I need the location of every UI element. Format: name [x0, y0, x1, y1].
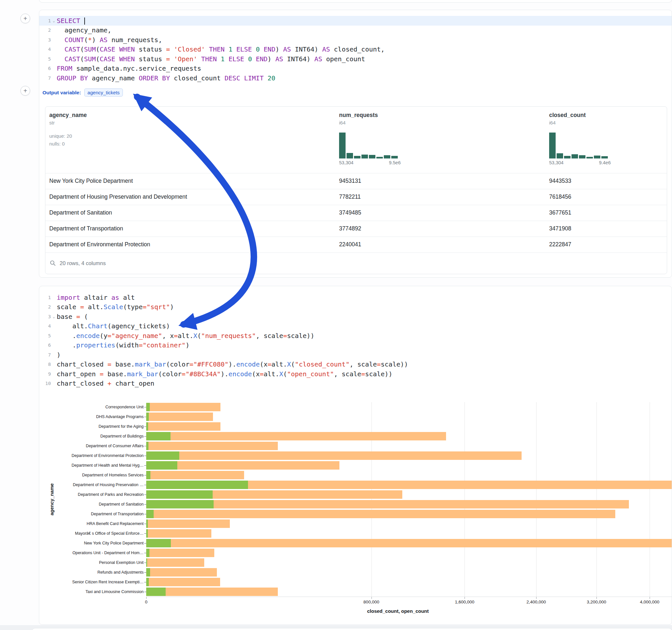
column-type: str	[49, 120, 335, 125]
x-tick-label: 0	[123, 600, 169, 604]
column-header-agency_name[interactable]: agency_namestrunique: 20nulls: 0	[45, 106, 335, 173]
bar-closed_count	[146, 568, 217, 577]
y-axis-label: Department of Buildings	[39, 432, 144, 441]
line-number: 6	[39, 343, 51, 348]
column-type: i64	[339, 120, 545, 125]
x-tick	[371, 597, 372, 599]
y-axis-label: Taxi and Limousine Commission	[39, 587, 144, 596]
line-number: 7	[39, 75, 51, 81]
sql-code-editor[interactable]: 1⌄SELECT 2 agency_name,3 COUNT(*) AS num…	[39, 10, 672, 83]
table-cell: Department of Sanitation	[45, 209, 335, 216]
line-number: 5	[39, 333, 51, 338]
line-number: 2	[39, 304, 51, 310]
histogram-bar	[354, 156, 360, 159]
bar-open_count	[146, 568, 150, 577]
next-cell-fragment	[32, 628, 672, 630]
bar-closed_count	[146, 452, 522, 460]
y-axis-label: Department of Homeless Services	[39, 470, 144, 480]
table-cell: Department of Transportation	[45, 225, 335, 232]
fold-chevron-icon[interactable]: ⌄	[51, 19, 57, 23]
histogram-range: 53,3049.5e6	[339, 160, 401, 165]
bar-closed_count	[146, 442, 278, 450]
line-number: 4	[39, 323, 51, 329]
histogram-bar	[384, 155, 390, 159]
bar-open_count	[146, 490, 213, 499]
table-row[interactable]: Department of Transportation377489234719…	[45, 221, 667, 237]
bar-open_count	[146, 442, 148, 450]
fold-chevron-icon[interactable]: ⌄	[51, 314, 57, 319]
x-tick	[650, 597, 650, 599]
bar-open_count	[146, 529, 148, 538]
table-cell: 9453131	[335, 177, 545, 185]
y-axis-label: Department of Transportation	[39, 509, 144, 518]
table-row[interactable]: Department of Sanitation37494853677651	[45, 205, 667, 221]
histogram-bar	[346, 153, 353, 159]
line-number: 4	[39, 47, 51, 52]
search-icon[interactable]	[50, 260, 56, 266]
notebook-page: + + 1⌄SELECT 2 agency_name,3 COUNT(*) AS…	[0, 0, 672, 630]
y-axis-label: Department of Parks and Recreation	[39, 490, 144, 499]
output-variable-label: Output variable:	[43, 90, 81, 96]
table-row[interactable]: New York City Police Department945313194…	[45, 173, 667, 189]
bar-open_count	[146, 481, 248, 489]
table-cell: 2240041	[335, 241, 545, 248]
line-number: 10	[39, 381, 51, 386]
histogram-bar	[557, 153, 563, 159]
y-axis-label: New York City Police Department	[39, 539, 144, 548]
python-code-editor[interactable]: 1import altair as alt2scale = alt.Scale(…	[39, 286, 672, 388]
table-cell: New York City Police Department	[45, 177, 335, 185]
bar-closed_count	[146, 413, 213, 421]
column-histogram	[549, 132, 611, 159]
code-line: 2 agency_name,	[39, 26, 672, 35]
bar-closed_count	[146, 529, 211, 538]
code-text: CAST(SUM(CASE WHEN status = 'Closed' THE…	[57, 45, 385, 53]
bar-closed_count	[146, 578, 220, 586]
x-axis-line	[146, 597, 672, 597]
line-number: 1	[39, 18, 51, 23]
y-axis-label: Department for the Aging	[39, 422, 144, 431]
add-cell-button-middle[interactable]: +	[20, 86, 30, 96]
previous-cell-fragment	[39, 0, 672, 3]
output-variable-chip[interactable]: agency_tickets	[84, 89, 123, 97]
line-number: 3	[39, 37, 51, 43]
bar-chart: 0800,0001,600,0002,400,0003,200,0004,000…	[39, 402, 672, 625]
bar-closed_count	[146, 422, 220, 431]
table-cell: Department of Housing Preservation and D…	[45, 193, 335, 200]
code-text: GROUP BY agency_name ORDER BY closed_cou…	[57, 74, 275, 82]
table-row-count: 20 rows, 4 columns	[59, 260, 106, 266]
table-row[interactable]: Department of Environmental Protection22…	[45, 237, 667, 252]
y-axis-label: Department of Health and Mental Hyg…	[39, 461, 144, 470]
column-header-closed_count[interactable]: closed_counti6453,3049.4e6	[545, 106, 667, 173]
histogram-max: 9.4e6	[599, 160, 611, 165]
histogram-bar	[579, 155, 585, 159]
histogram-bar	[549, 132, 556, 159]
y-axis-label: Department of Housing Preservation …	[39, 480, 144, 489]
bar-open_count	[146, 558, 147, 567]
histogram-bar	[361, 154, 368, 159]
column-meta: unique: 20nulls: 0	[49, 133, 335, 146]
bar-open_count	[146, 432, 170, 440]
y-axis-label: Department of Sanitation	[39, 500, 144, 509]
table-row[interactable]: Department of Housing Preservation and D…	[45, 189, 667, 205]
bar-open_count	[146, 539, 171, 547]
column-header-num_requests[interactable]: num_requestsi6453,3049.5e6	[335, 106, 545, 173]
code-text: import altair as alt	[57, 294, 135, 301]
histogram-bar	[594, 155, 600, 159]
column-name: closed_count	[549, 112, 667, 119]
x-tick-label: 2,400,000	[513, 600, 559, 604]
add-cell-button-top[interactable]: +	[20, 14, 30, 23]
y-axis-label: DHS Advantage Programs	[39, 412, 144, 421]
code-text: chart_closed = base.mark_bar(color="#FFC…	[57, 360, 408, 368]
code-text: .properties(width="container")	[57, 341, 189, 349]
table-footer: 20 rows, 4 columns	[45, 252, 667, 274]
column-meta-item: unique: 20	[49, 133, 335, 139]
code-line: 1⌄SELECT	[39, 16, 672, 26]
x-tick	[536, 597, 536, 599]
code-line: 10chart_closed + chart_open	[39, 379, 672, 389]
histogram-bar	[572, 154, 578, 159]
histogram-bar	[376, 157, 383, 159]
histogram-bar	[564, 156, 571, 159]
sql-cell: 1⌄SELECT 2 agency_name,3 COUNT(*) AS num…	[39, 10, 672, 278]
x-tick-label: 4,000,000	[627, 600, 672, 604]
histogram-min: 53,304	[549, 160, 563, 165]
